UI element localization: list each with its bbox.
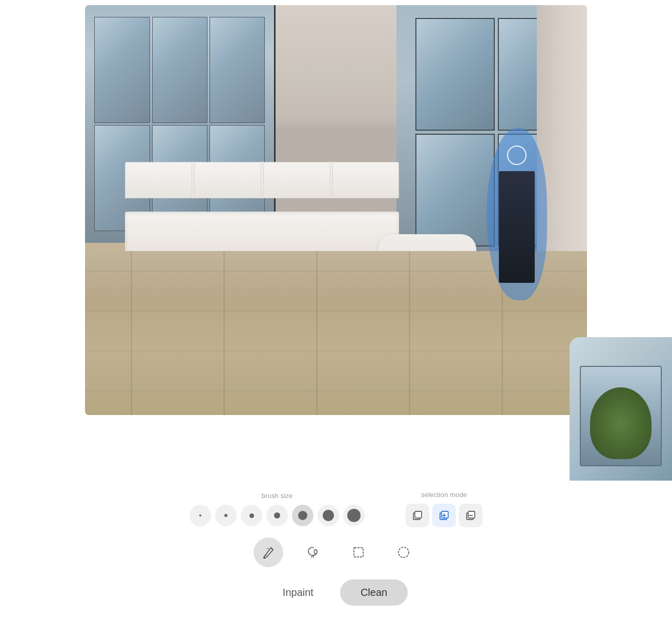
selection-modes bbox=[406, 504, 482, 527]
corner-image bbox=[570, 337, 672, 481]
selection-mode-group: selection mode bbox=[406, 491, 482, 527]
controls-row-3: Inpaint Clean bbox=[264, 579, 408, 606]
svg-rect-7 bbox=[468, 511, 475, 518]
brush-dot-md bbox=[249, 513, 254, 518]
rect-select-button[interactable] bbox=[344, 537, 373, 567]
image-wrapper bbox=[0, 0, 672, 481]
sofa-cushion bbox=[125, 162, 192, 198]
window-pane bbox=[152, 17, 207, 123]
controls-row-1: brush size bbox=[190, 491, 482, 527]
svg-rect-3 bbox=[442, 511, 448, 518]
svg-point-10 bbox=[398, 547, 409, 557]
lasso-tool-button[interactable] bbox=[299, 537, 328, 567]
ellipse-select-button[interactable] bbox=[389, 537, 418, 567]
brush-dot-ml bbox=[274, 512, 280, 519]
subtract-selection-icon bbox=[465, 510, 476, 521]
brush-sizes bbox=[190, 505, 365, 526]
mode-add[interactable] bbox=[432, 504, 456, 527]
brush-tool-button[interactable] bbox=[254, 537, 283, 567]
window-pane bbox=[209, 17, 265, 123]
lasso-tool-icon bbox=[306, 545, 321, 560]
brush-size-md[interactable] bbox=[241, 505, 262, 526]
room-image[interactable] bbox=[85, 5, 587, 415]
main-container: brush size bbox=[0, 0, 672, 621]
copy-selection-icon bbox=[412, 510, 423, 521]
brush-size-xxl[interactable] bbox=[343, 505, 365, 526]
bottom-panel: brush size bbox=[0, 481, 672, 621]
sofa-cushion bbox=[332, 162, 400, 198]
brush-size-label: brush size bbox=[262, 492, 293, 500]
brush-dot-xl bbox=[323, 510, 334, 521]
clean-button[interactable]: Clean bbox=[340, 579, 408, 606]
selection-blob bbox=[487, 128, 547, 300]
sofa-back bbox=[125, 162, 399, 198]
svg-rect-1 bbox=[415, 511, 422, 518]
mode-subtract[interactable] bbox=[459, 504, 482, 527]
selection-mode-label: selection mode bbox=[421, 491, 467, 499]
window-pane bbox=[94, 17, 150, 123]
brush-dot-xs bbox=[199, 514, 201, 516]
selected-item bbox=[499, 171, 535, 283]
brush-dot-lg bbox=[298, 511, 307, 520]
brush-cursor bbox=[507, 146, 527, 165]
ellipse-select-icon bbox=[396, 545, 411, 560]
brush-size-group: brush size bbox=[190, 492, 365, 526]
mode-copy[interactable] bbox=[406, 504, 429, 527]
brush-dot-sm bbox=[224, 514, 227, 517]
brush-tool-icon bbox=[261, 545, 276, 560]
corner-room bbox=[570, 337, 672, 481]
selection-overlay bbox=[487, 128, 547, 300]
brush-size-lg[interactable] bbox=[292, 505, 313, 526]
room-scene bbox=[85, 5, 587, 415]
brush-size-xs[interactable] bbox=[190, 505, 211, 526]
window-right-pane bbox=[415, 18, 495, 131]
brush-size-xl[interactable] bbox=[318, 505, 339, 526]
sofa-cushion bbox=[263, 162, 330, 198]
svg-rect-9 bbox=[354, 548, 363, 557]
brush-dot-xxl bbox=[347, 509, 361, 522]
brush-size-ml[interactable] bbox=[266, 505, 288, 526]
inpaint-button[interactable]: Inpaint bbox=[264, 579, 332, 606]
corner-tree bbox=[590, 387, 652, 459]
controls-row-2 bbox=[254, 537, 418, 567]
rect-select-icon bbox=[351, 545, 366, 560]
sofa-cushion bbox=[194, 162, 261, 198]
add-selection-icon bbox=[438, 510, 450, 521]
brush-size-sm[interactable] bbox=[215, 505, 237, 526]
